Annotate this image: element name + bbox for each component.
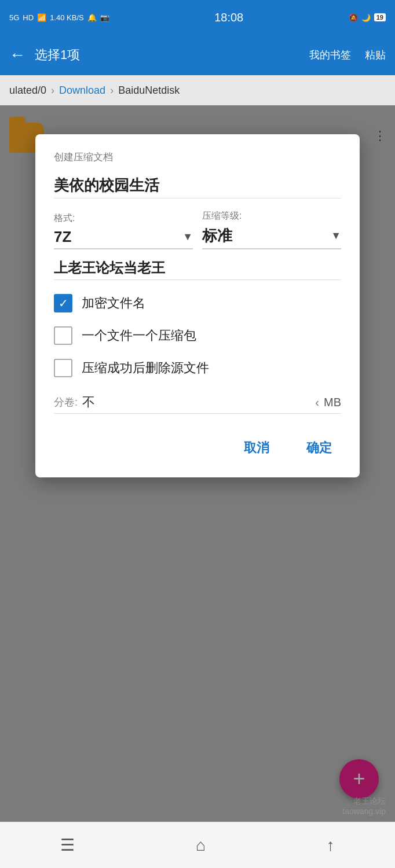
mute-icon: 🔕 <box>349 13 358 22</box>
cancel-button[interactable]: 取消 <box>235 435 279 461</box>
app-bar: ← 选择1项 我的书签 粘贴 <box>0 35 395 75</box>
encrypt-filename-checkbox[interactable]: ✓ <box>54 294 72 312</box>
share-nav-icon[interactable]: ↑ <box>327 836 335 855</box>
notification-icon: 🔔 <box>87 13 97 22</box>
format-select[interactable]: 7Z ▼ <box>54 228 193 249</box>
level-value: 标准 <box>202 226 232 246</box>
wifi-icon: 📶 <box>37 13 46 22</box>
format-field: 格式: 7Z ▼ <box>54 212 193 249</box>
create-archive-dialog: 创建压缩文档 美依的校园生活 格式: 7Z ▼ 压缩等级: 标准 ▼ 上老王论坛… <box>35 134 360 477</box>
archive-filename-input[interactable]: 美依的校园生活 <box>54 175 341 198</box>
status-bar-left: 5G HD 📶 1.40 KB/S 🔔 📷 <box>9 13 109 22</box>
format-label: 格式: <box>54 212 193 225</box>
breadcrumb-bar: ulated/0 › Download › BaiduNetdisk <box>0 75 395 105</box>
status-bar: 5G HD 📶 1.40 KB/S 🔔 📷 18:08 🔕 🌙 19 <box>0 0 395 35</box>
level-select[interactable]: 标准 ▼ <box>202 226 341 249</box>
one-file-per-archive-checkbox[interactable] <box>54 326 72 345</box>
home-nav-icon[interactable]: ⌂ <box>196 836 206 855</box>
dialog-buttons: 取消 确定 <box>54 435 341 461</box>
moon-icon: 🌙 <box>361 13 371 22</box>
bookmarks-button[interactable]: 我的书签 <box>309 48 351 62</box>
password-input[interactable]: 上老王论坛当老王 <box>54 259 341 280</box>
split-volume-row: 分卷: 不 ‹ MB <box>54 393 341 414</box>
back-button[interactable]: ← <box>9 47 25 63</box>
app-bar-title: 选择1项 <box>35 46 300 64</box>
level-dropdown-arrow: ▼ <box>331 230 341 242</box>
paste-button[interactable]: 粘贴 <box>365 48 386 62</box>
status-bar-right: 🔕 🌙 19 <box>349 13 386 22</box>
delete-source-checkbox[interactable] <box>54 359 72 377</box>
delete-source-label: 压缩成功后删除源文件 <box>82 359 209 377</box>
bottom-navigation: ☰ ⌂ ↑ <box>0 822 395 868</box>
split-label: 分卷: <box>54 395 78 409</box>
one-file-per-archive-label: 一个文件一个压缩包 <box>82 327 196 344</box>
hd-badge: HD <box>23 13 34 22</box>
split-unit-label: MB <box>324 396 341 409</box>
delete-source-row: 压缩成功后删除源文件 <box>54 359 341 377</box>
speed-text: 1.40 KB/S <box>50 13 84 22</box>
encrypt-filename-label: 加密文件名 <box>82 295 145 312</box>
level-label: 压缩等级: <box>202 210 341 222</box>
format-level-row: 格式: 7Z ▼ 压缩等级: 标准 ▼ <box>54 210 341 249</box>
split-arrow-icon[interactable]: ‹ <box>315 396 319 409</box>
extra-icon: 📷 <box>100 13 109 22</box>
level-field: 压缩等级: 标准 ▼ <box>202 210 341 249</box>
breadcrumb-part3[interactable]: BaiduNetdisk <box>118 84 180 97</box>
breadcrumb-sep1: › <box>51 84 54 97</box>
breadcrumb-part2[interactable]: Download <box>59 84 105 97</box>
signal-icon: 5G <box>9 13 19 22</box>
breadcrumb-part1[interactable]: ulated/0 <box>9 84 46 97</box>
one-file-per-archive-row: 一个文件一个压缩包 <box>54 326 341 345</box>
breadcrumb-sep2: › <box>110 84 114 97</box>
battery-level: 19 <box>374 13 386 21</box>
checkmark-icon: ✓ <box>58 297 68 309</box>
format-dropdown-arrow: ▼ <box>182 231 193 243</box>
confirm-button[interactable]: 确定 <box>297 435 341 461</box>
split-value-input[interactable]: 不 <box>82 393 310 411</box>
encrypt-filename-row: ✓ 加密文件名 <box>54 294 341 312</box>
dialog-title: 创建压缩文档 <box>54 150 341 164</box>
menu-nav-icon[interactable]: ☰ <box>60 836 75 855</box>
status-bar-time: 18:08 <box>214 11 243 24</box>
format-value: 7Z <box>54 228 71 246</box>
app-bar-actions: 我的书签 粘贴 <box>309 48 386 62</box>
file-list-background: ⋮ 创建压缩文档 美依的校园生活 格式: 7Z ▼ 压缩等级: 标准 ▼ <box>0 105 395 868</box>
